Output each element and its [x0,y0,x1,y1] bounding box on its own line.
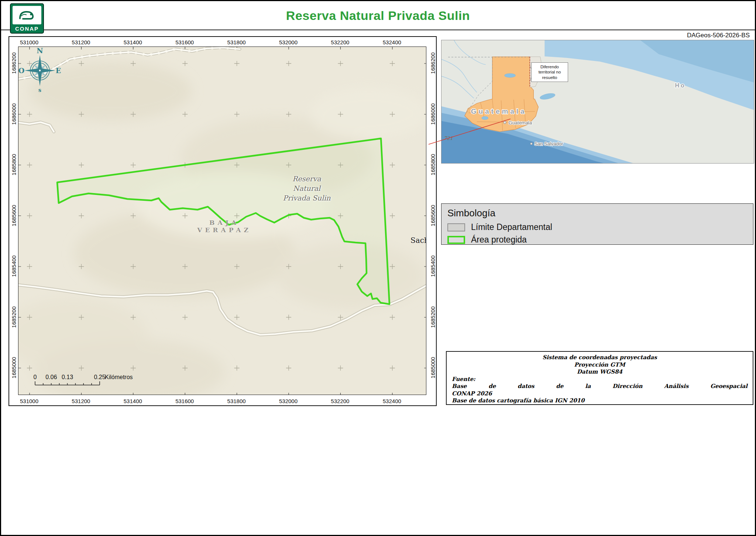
credits-datum: Datum WGS84 [452,368,748,376]
grid-coordinate-label: 532200 [331,39,349,45]
grid-coordinate-label: 1685400 [430,255,436,277]
grid-coordinate-label: 531000 [20,398,38,404]
scale-bar-unit: Kilómetros [105,374,133,380]
grid-coordinate-label: 1685200 [11,306,17,327]
reserve-name-line: Natural [275,183,338,193]
area-protegida-swatch [447,236,465,244]
grid-coordinate-label: 1686200 [11,52,17,74]
credits-source-1b: CONAP 2026 [452,390,748,398]
grid-coordinate-label: 1685000 [11,357,17,378]
grid-coordinate-label: 532000 [279,398,298,404]
document-code: DAGeos-506-2026-BS [687,32,750,39]
conap-logo-text: CONAP [11,25,43,33]
scale-bar-label: 0.25 [94,374,105,380]
legend-item-label: Límite Departamental [471,222,552,232]
conap-logo: CONAP [10,3,44,34]
grid-coordinate-label: 1685600 [430,205,436,226]
inset-map-graphic: Guatemala Guatemala San Salvador Ho 721 [441,40,754,163]
inset-elevation-label: 721 [444,135,453,141]
legend-title: Simbología [447,207,747,219]
compass-south-label: s [38,87,41,93]
inset-honduras-partial-label: Ho [675,82,686,89]
scale-bar-label: 0.06 [45,374,57,380]
dispute-callout: Diferendo territorial no resuelto [531,62,568,82]
grid-coordinate-label: 1685800 [11,154,17,175]
grid-coordinate-label: 532000 [279,39,298,45]
reserve-name-line: Reserva [275,174,338,183]
grid-coordinate-label: 531200 [72,398,90,404]
legend-box: Simbología Límite Departamental Área pro… [441,203,753,245]
place-label: Sach [410,236,426,245]
grid-coordinate-label: 1685800 [430,154,436,175]
grid-coordinate-label: 532200 [331,398,349,404]
reserve-name-line: Privada Sulin [275,193,338,203]
compass-east-label: E [56,66,61,75]
inset-country-label: Guatemala [471,107,527,115]
legend-item-area: Área protegida [447,235,747,245]
grid-coordinate-label: 1685200 [430,306,436,327]
grid-coordinate-label: 531800 [227,39,246,45]
legend-item-limite: Límite Departamental [447,222,747,232]
conap-emblem-icon [13,6,41,24]
grid-coordinate-label: 1685400 [11,255,17,277]
grid-coordinate-label: 532400 [383,39,401,45]
scale-bar-label: 0.13 [62,374,73,380]
grid-coordinate-label: 1685000 [430,357,436,378]
grid-coordinate-label: 531000 [20,39,38,45]
grid-coordinate-label: 1685600 [11,205,17,226]
grid-coordinate-label: 1686000 [430,103,436,124]
grid-coordinate-label: 531800 [227,398,246,404]
department-label: BAJA VERAPAZ [185,219,264,234]
credits-coordinate-system: Sistema de coordenadas proyectadas [452,354,748,361]
map-frame: 00.060.130.25Kilómetros N E O s Reserva … [8,36,437,406]
credits-source-2: Base de datos cartografía básica IGN 201… [452,397,748,405]
legend-item-label: Área protegida [471,235,527,245]
compass-west-label: O [18,66,24,75]
reserve-name-label: Reserva Natural Privada Sulin [275,174,338,203]
inset-locator-map: Guatemala Guatemala San Salvador Ho 721 … [441,40,754,164]
credits-source-heading: Fuente: [452,376,748,383]
grid-coordinate-label: 531400 [124,398,142,404]
grid-coordinate-label: 531400 [124,39,142,45]
limite-departamental-swatch [447,223,465,231]
credits-box: Sistema de coordenadas proyectadas Proye… [446,351,753,405]
grid-coordinate-label: 531600 [175,398,194,404]
map-layout-page: Reserva Natural Privada Sulin DAGeos-506… [0,0,756,536]
header-divider [1,30,755,30]
grid-coordinate-label: 1686000 [11,103,17,124]
page-title: Reserva Natural Privada Sulin [1,8,755,23]
grid-coordinate-label: 532400 [383,398,401,404]
grid-coordinate-label: 1686200 [430,52,436,74]
credits-projection: Proyección GTM [452,361,748,369]
credits-source-1: Base de datos de la Dirección Análisis G… [452,383,748,390]
inset-city2-label: San Salvador [534,141,563,147]
grid-coordinate-label: 531200 [72,39,90,45]
inset-city-label: Guatemala [509,120,532,126]
map-canvas: 00.060.130.25Kilómetros N E O s Reserva … [18,47,426,395]
scale-bar-label: 0 [34,374,37,380]
compass-north-label: N [37,47,43,55]
grid-coordinate-label: 531600 [175,39,194,45]
